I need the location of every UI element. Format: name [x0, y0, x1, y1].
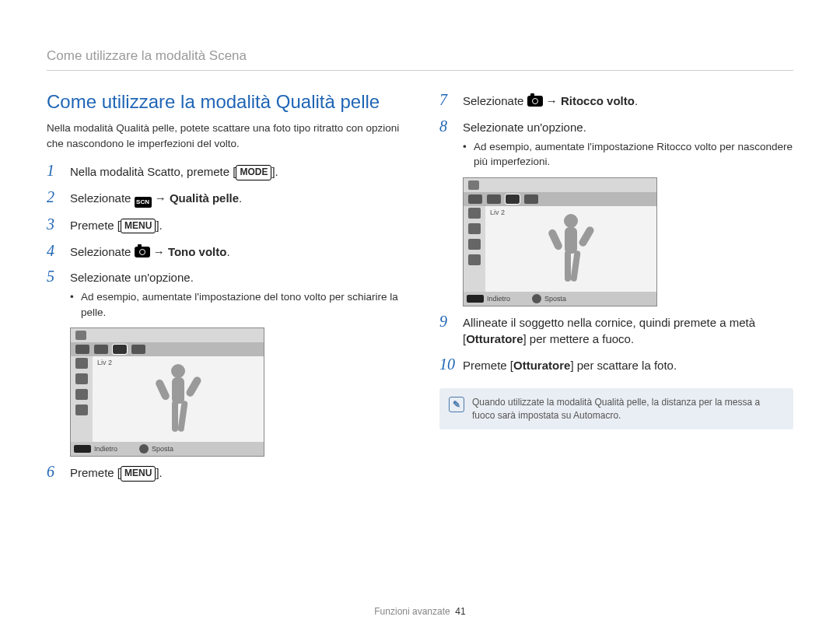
mode-key-icon: MODE	[236, 165, 271, 180]
steps-left: 1 Nella modalità Scatto, premete [MODE].…	[47, 162, 401, 320]
step-number: 10	[439, 356, 463, 373]
svg-rect-4	[172, 401, 178, 432]
step-body: Selezionate un'opzione. Ad esempio, aume…	[70, 268, 401, 320]
sidebar-icon	[75, 405, 88, 415]
breadcrumb: Come utilizzare la modalità Scena	[47, 48, 793, 64]
steps-right: 7 Selezionate → Ritocco volto. 8 Selezio…	[439, 91, 793, 170]
step-body: Premete [MENU].	[70, 463, 163, 482]
info-note: ✎ Quando utilizzate la modalità Qualità …	[439, 388, 793, 430]
nav-pad-icon	[139, 444, 149, 454]
step-body: Selezionate SCN → Qualità pelle.	[70, 188, 242, 208]
note-text: Quando utilizzate la modalità Qualità pe…	[472, 397, 760, 421]
nav-pad-icon	[532, 294, 541, 303]
steps-right-cont: 9 Allineate il soggetto nella cornice, q…	[439, 313, 793, 374]
camera-icon	[135, 247, 150, 257]
option-chip-icon	[94, 345, 108, 354]
menu-key-icon: MENU	[121, 466, 156, 481]
camera-back-label: Indietro	[94, 445, 117, 453]
sidebar-icon	[75, 389, 88, 400]
topbar-chip-icon	[75, 331, 86, 340]
step-number: 1	[47, 162, 70, 180]
camera-back-label: Indietro	[487, 295, 510, 303]
svg-rect-3	[185, 376, 203, 398]
scn-icon: SCN	[135, 197, 152, 208]
camera-level-label: Liv 2	[97, 359, 112, 366]
svg-rect-8	[548, 228, 564, 251]
svg-rect-1	[172, 377, 184, 404]
step-4: 4 Selezionate → Tono volto.	[47, 242, 401, 261]
column-right: 7 Selezionate → Ritocco volto. 8 Selezio…	[439, 91, 793, 489]
step-body: Selezionate → Ritocco volto.	[463, 91, 638, 110]
step-body: Premete [Otturatore] per scattare la fot…	[463, 356, 677, 374]
svg-rect-2	[155, 378, 171, 401]
step-body: Selezionate un'opzione. Ad esempio, aume…	[463, 117, 793, 170]
svg-rect-11	[570, 250, 580, 282]
step-number: 8	[439, 117, 463, 135]
step-10: 10 Premete [Otturatore] per scattare la …	[439, 356, 793, 374]
camera-topbar	[464, 178, 656, 192]
camera-sidebar	[464, 206, 485, 292]
step-sub: Ad esempio, aumentate l'impostazione Rit…	[463, 139, 793, 170]
divider	[47, 70, 793, 71]
page-title: Come utilizzare la modalità Qualità pell…	[47, 91, 401, 113]
camera-viewport: Liv 2	[93, 356, 264, 442]
step-7: 7 Selezionate → Ritocco volto.	[439, 91, 793, 110]
step-3: 3 Premete [MENU].	[47, 215, 401, 234]
camera-topbar	[71, 328, 264, 342]
option-chip-icon	[524, 194, 538, 204]
step-2: 2 Selezionate SCN → Qualità pelle.	[47, 188, 401, 208]
step-number: 4	[47, 242, 70, 260]
camera-icon	[527, 96, 543, 107]
step-5: 5 Selezionate un'opzione. Ad esempio, au…	[47, 268, 401, 320]
sidebar-icon	[468, 223, 481, 234]
option-chip-icon	[487, 194, 501, 204]
sidebar-icon	[75, 358, 88, 369]
step-body: Allineate il soggetto nella cornice, qui…	[463, 313, 793, 349]
camera-viewport: Liv 2	[485, 206, 656, 292]
info-icon: ✎	[449, 397, 464, 412]
column-left: Come utilizzare la modalità Qualità pell…	[47, 91, 401, 489]
step-number: 6	[47, 463, 70, 481]
content-columns: Come utilizzare la modalità Qualità pell…	[47, 91, 793, 489]
menu-bottom-icon	[467, 295, 484, 303]
camera-move-label: Sposta	[152, 445, 173, 453]
step-number: 5	[47, 268, 70, 285]
camera-bottombar: Indietro Sposta	[71, 442, 264, 456]
step-body: Selezionate → Tono volto.	[70, 242, 230, 261]
camera-move-label: Sposta	[544, 295, 566, 303]
step-body: Premete [MENU].	[70, 215, 163, 234]
step-number: 3	[47, 215, 70, 233]
footer-section: Funzioni avanzate	[374, 606, 450, 617]
person-silhouette-icon	[544, 210, 598, 288]
camera-options-bar	[71, 342, 264, 356]
page: Come utilizzare la modalità Scena Come u…	[0, 0, 840, 634]
svg-rect-7	[565, 227, 577, 254]
footer: Funzioni avanzate 41	[0, 606, 840, 617]
step-number: 2	[47, 188, 70, 206]
option-chip-icon	[75, 345, 89, 354]
step-body: Nella modalità Scatto, premete [MODE].	[70, 162, 278, 180]
sidebar-icon	[468, 239, 481, 250]
camera-level-label: Liv 2	[490, 208, 505, 216]
svg-rect-9	[578, 225, 596, 247]
step-number: 9	[439, 313, 463, 331]
camera-preview-1: Liv 2	[70, 328, 264, 457]
option-chip-selected-icon	[113, 345, 127, 354]
step-8: 8 Selezionate un'opzione. Ad esempio, au…	[439, 117, 793, 170]
camera-bottombar: Indietro Sposta	[464, 292, 656, 306]
svg-point-6	[564, 214, 578, 228]
camera-options-bar	[464, 192, 656, 206]
option-chip-icon	[468, 194, 482, 204]
person-silhouette-icon	[151, 360, 205, 438]
step-9: 9 Allineate il soggetto nella cornice, q…	[439, 313, 793, 349]
steps-left-cont: 6 Premete [MENU].	[47, 463, 401, 482]
step-1: 1 Nella modalità Scatto, premete [MODE].	[47, 162, 401, 180]
menu-bottom-icon	[74, 445, 91, 453]
topbar-chip-icon	[468, 180, 479, 190]
intro-text: Nella modalità Qualità pelle, potete sca…	[47, 121, 401, 151]
sidebar-icon	[468, 254, 481, 265]
camera-sidebar	[71, 356, 93, 442]
option-chip-selected-icon	[506, 194, 520, 204]
page-number: 41	[455, 606, 465, 617]
step-6: 6 Premete [MENU].	[47, 463, 401, 482]
